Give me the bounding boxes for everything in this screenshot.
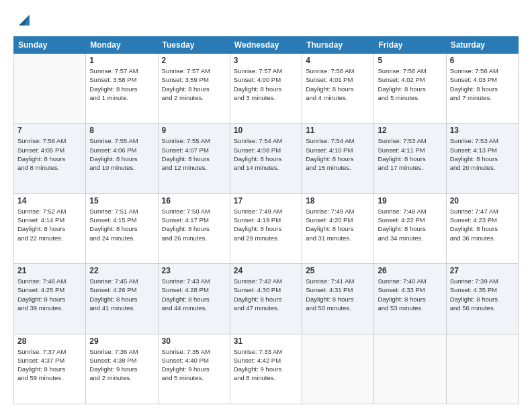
day-info: Sunrise: 7:51 AM Sunset: 4:15 PM Dayligh…	[89, 207, 154, 242]
calendar-cell: 27Sunrise: 7:39 AM Sunset: 4:35 PM Dayli…	[446, 264, 518, 334]
day-info: Sunrise: 7:56 AM Sunset: 4:05 PM Dayligh…	[17, 136, 82, 172]
day-info: Sunrise: 7:46 AM Sunset: 4:25 PM Dayligh…	[17, 277, 82, 312]
day-number: 21	[17, 266, 82, 275]
calendar-cell: 13Sunrise: 7:53 AM Sunset: 4:13 PM Dayli…	[446, 124, 518, 193]
calendar-cell: 20Sunrise: 7:47 AM Sunset: 4:23 PM Dayli…	[446, 193, 518, 263]
day-info: Sunrise: 7:54 AM Sunset: 4:08 PM Dayligh…	[234, 136, 298, 172]
calendar-cell: 25Sunrise: 7:41 AM Sunset: 4:31 PM Dayli…	[302, 264, 374, 334]
day-info: Sunrise: 7:37 AM Sunset: 4:37 PM Dayligh…	[17, 347, 82, 383]
calendar-cell: 22Sunrise: 7:45 AM Sunset: 4:26 PM Dayli…	[86, 264, 158, 334]
day-info: Sunrise: 7:53 AM Sunset: 4:11 PM Dayligh…	[378, 136, 442, 172]
calendar-cell: 16Sunrise: 7:50 AM Sunset: 4:17 PM Dayli…	[158, 193, 230, 263]
calendar-cell: 8Sunrise: 7:55 AM Sunset: 4:06 PM Daylig…	[86, 124, 158, 193]
day-info: Sunrise: 7:35 AM Sunset: 4:40 PM Dayligh…	[162, 347, 226, 383]
day-info: Sunrise: 7:55 AM Sunset: 4:06 PM Dayligh…	[89, 136, 154, 172]
day-info: Sunrise: 7:33 AM Sunset: 4:42 PM Dayligh…	[234, 347, 298, 383]
calendar-header-cell: Friday	[374, 37, 446, 54]
day-number: 2	[162, 56, 226, 65]
day-info: Sunrise: 7:52 AM Sunset: 4:14 PM Dayligh…	[17, 207, 82, 242]
calendar-body: 1Sunrise: 7:57 AM Sunset: 3:58 PM Daylig…	[14, 54, 519, 404]
calendar-header-cell: Thursday	[302, 37, 374, 54]
calendar-cell: 6Sunrise: 7:56 AM Sunset: 4:03 PM Daylig…	[446, 54, 518, 124]
calendar-week-row: 21Sunrise: 7:46 AM Sunset: 4:25 PM Dayli…	[14, 264, 519, 334]
day-number: 24	[234, 266, 298, 275]
calendar-cell	[446, 334, 518, 404]
day-number: 31	[234, 336, 298, 346]
day-info: Sunrise: 7:41 AM Sunset: 4:31 PM Dayligh…	[306, 277, 370, 312]
day-number: 19	[378, 196, 442, 205]
calendar-header-cell: Saturday	[446, 37, 518, 54]
day-number: 5	[378, 56, 442, 65]
calendar-header-cell: Tuesday	[158, 37, 230, 54]
day-number: 7	[17, 126, 82, 135]
day-info: Sunrise: 7:36 AM Sunset: 4:38 PM Dayligh…	[89, 347, 154, 383]
day-number: 30	[162, 336, 226, 346]
day-info: Sunrise: 7:45 AM Sunset: 4:26 PM Dayligh…	[89, 277, 154, 312]
calendar-cell: 21Sunrise: 7:46 AM Sunset: 4:25 PM Dayli…	[14, 264, 86, 334]
day-info: Sunrise: 7:56 AM Sunset: 4:03 PM Dayligh…	[450, 66, 515, 102]
day-number: 6	[450, 56, 515, 65]
day-number: 25	[306, 266, 370, 275]
calendar-cell: 10Sunrise: 7:54 AM Sunset: 4:08 PM Dayli…	[230, 124, 302, 193]
calendar-cell: 2Sunrise: 7:57 AM Sunset: 3:59 PM Daylig…	[158, 54, 230, 124]
calendar-cell: 18Sunrise: 7:49 AM Sunset: 4:20 PM Dayli…	[302, 193, 374, 263]
day-number: 13	[450, 126, 515, 135]
calendar-cell: 28Sunrise: 7:37 AM Sunset: 4:37 PM Dayli…	[14, 334, 86, 404]
calendar-cell: 30Sunrise: 7:35 AM Sunset: 4:40 PM Dayli…	[158, 334, 230, 404]
day-number: 20	[450, 196, 515, 205]
day-info: Sunrise: 7:57 AM Sunset: 4:00 PM Dayligh…	[234, 66, 298, 102]
day-number: 29	[89, 336, 154, 346]
calendar-table: SundayMondayTuesdayWednesdayThursdayFrid…	[13, 36, 519, 404]
day-number: 22	[89, 266, 154, 275]
day-number: 17	[234, 196, 298, 205]
calendar-cell: 24Sunrise: 7:42 AM Sunset: 4:30 PM Dayli…	[230, 264, 302, 334]
day-info: Sunrise: 7:40 AM Sunset: 4:33 PM Dayligh…	[378, 277, 442, 312]
logo	[13, 11, 34, 30]
calendar-cell: 4Sunrise: 7:56 AM Sunset: 4:01 PM Daylig…	[302, 54, 374, 124]
day-number: 26	[378, 266, 442, 275]
calendar-week-row: 28Sunrise: 7:37 AM Sunset: 4:37 PM Dayli…	[14, 334, 519, 404]
day-number: 10	[234, 126, 298, 135]
calendar-week-row: 14Sunrise: 7:52 AM Sunset: 4:14 PM Dayli…	[14, 193, 519, 263]
header	[13, 11, 519, 30]
day-number: 11	[306, 126, 370, 135]
calendar-cell	[374, 334, 446, 404]
day-number: 3	[234, 56, 298, 65]
day-number: 12	[378, 126, 442, 135]
day-info: Sunrise: 7:56 AM Sunset: 4:01 PM Dayligh…	[306, 66, 370, 102]
day-number: 28	[17, 336, 82, 346]
day-info: Sunrise: 7:48 AM Sunset: 4:22 PM Dayligh…	[378, 207, 442, 242]
calendar-cell: 7Sunrise: 7:56 AM Sunset: 4:05 PM Daylig…	[14, 124, 86, 193]
day-info: Sunrise: 7:54 AM Sunset: 4:10 PM Dayligh…	[306, 136, 370, 172]
day-info: Sunrise: 7:57 AM Sunset: 3:58 PM Dayligh…	[89, 66, 154, 102]
calendar-cell: 31Sunrise: 7:33 AM Sunset: 4:42 PM Dayli…	[230, 334, 302, 404]
calendar-cell: 23Sunrise: 7:43 AM Sunset: 4:28 PM Dayli…	[158, 264, 230, 334]
day-info: Sunrise: 7:50 AM Sunset: 4:17 PM Dayligh…	[162, 207, 226, 242]
calendar-cell: 14Sunrise: 7:52 AM Sunset: 4:14 PM Dayli…	[14, 193, 86, 263]
day-number: 1	[89, 56, 154, 65]
calendar-header-cell: Sunday	[14, 37, 86, 54]
calendar-cell: 12Sunrise: 7:53 AM Sunset: 4:11 PM Dayli…	[374, 124, 446, 193]
calendar-cell: 15Sunrise: 7:51 AM Sunset: 4:15 PM Dayli…	[86, 193, 158, 263]
calendar-cell: 29Sunrise: 7:36 AM Sunset: 4:38 PM Dayli…	[86, 334, 158, 404]
calendar-week-row: 7Sunrise: 7:56 AM Sunset: 4:05 PM Daylig…	[14, 124, 519, 193]
calendar-cell: 11Sunrise: 7:54 AM Sunset: 4:10 PM Dayli…	[302, 124, 374, 193]
day-info: Sunrise: 7:43 AM Sunset: 4:28 PM Dayligh…	[162, 277, 226, 312]
day-info: Sunrise: 7:57 AM Sunset: 3:59 PM Dayligh…	[162, 66, 226, 102]
day-number: 18	[306, 196, 370, 205]
day-number: 23	[162, 266, 226, 275]
calendar-cell: 1Sunrise: 7:57 AM Sunset: 3:58 PM Daylig…	[86, 54, 158, 124]
day-info: Sunrise: 7:39 AM Sunset: 4:35 PM Dayligh…	[450, 277, 515, 312]
day-number: 15	[89, 196, 154, 205]
day-number: 9	[162, 126, 226, 135]
day-info: Sunrise: 7:42 AM Sunset: 4:30 PM Dayligh…	[234, 277, 298, 312]
calendar-cell	[14, 54, 86, 124]
calendar-cell: 5Sunrise: 7:56 AM Sunset: 4:02 PM Daylig…	[374, 54, 446, 124]
logo-icon	[15, 11, 34, 30]
day-number: 4	[306, 56, 370, 65]
day-info: Sunrise: 7:49 AM Sunset: 4:19 PM Dayligh…	[234, 207, 298, 242]
day-info: Sunrise: 7:47 AM Sunset: 4:23 PM Dayligh…	[450, 207, 515, 242]
calendar-cell	[302, 334, 374, 404]
calendar-cell: 3Sunrise: 7:57 AM Sunset: 4:00 PM Daylig…	[230, 54, 302, 124]
page: SundayMondayTuesdayWednesdayThursdayFrid…	[0, 0, 532, 411]
